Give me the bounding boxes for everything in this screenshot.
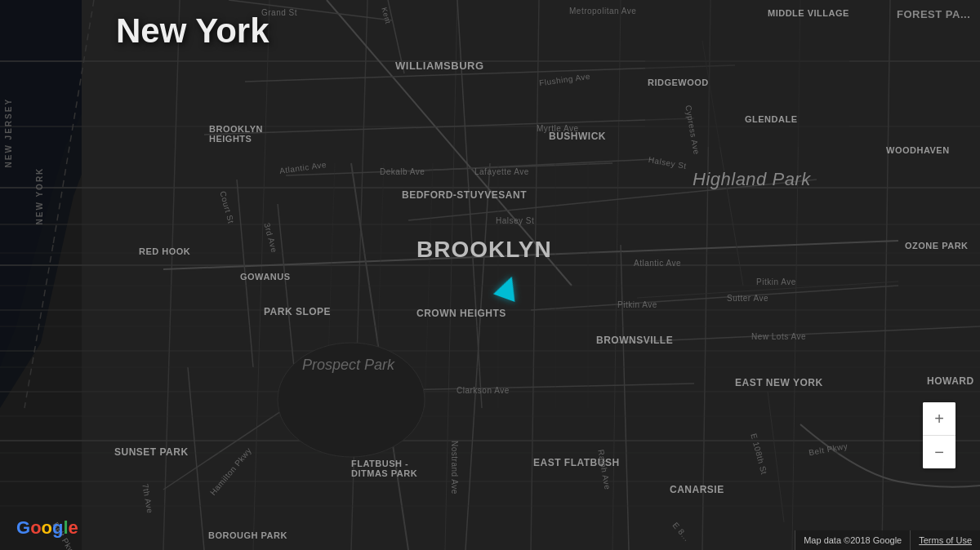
new-york-state-label: NEW YORK <box>35 167 44 225</box>
new-jersey-label: NEW JERSEY <box>4 98 13 168</box>
map-background <box>0 0 980 550</box>
google-logo: Google <box>16 517 78 539</box>
terms-of-use-link[interactable]: Terms of Use <box>910 530 980 550</box>
zoom-out-button[interactable]: − <box>923 436 956 468</box>
city-title: New York <box>116 11 270 51</box>
svg-point-55 <box>278 343 425 457</box>
zoom-in-button[interactable]: + <box>923 402 956 435</box>
map-data-attribution: Map data ©2018 Google <box>795 530 910 550</box>
map-container: New York NEW JERSEY NEW YORK WILLIAMSBUR… <box>0 0 980 550</box>
footer-bar: Map data ©2018 Google Terms of Use <box>795 530 980 550</box>
svg-rect-56 <box>645 0 849 147</box>
zoom-controls: + − <box>923 402 956 468</box>
